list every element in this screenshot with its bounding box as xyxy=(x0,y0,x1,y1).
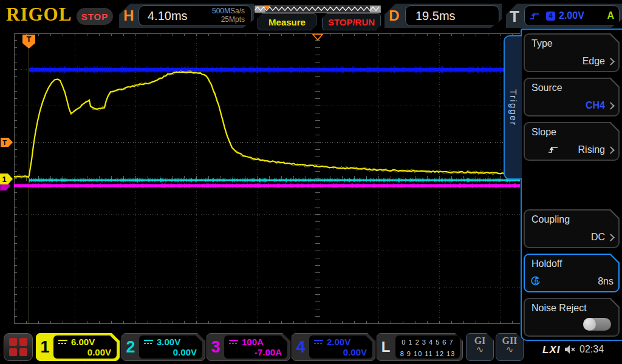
svg-text:T: T xyxy=(27,35,32,44)
stop-run-button[interactable]: STOP/RUN xyxy=(322,13,381,30)
channel-offset: 0.00V xyxy=(87,347,111,357)
chevron-right-icon xyxy=(607,234,615,241)
memory-position-bar[interactable] xyxy=(255,5,381,13)
graticule xyxy=(14,33,520,323)
channel-scale: 6.00V xyxy=(71,337,95,347)
menu-item-holdoff[interactable]: Holdoff 8ns xyxy=(524,254,620,292)
trigger-status-box[interactable]: T 4 2.00V A xyxy=(506,4,622,28)
horizontal-box[interactable]: H 4.10ms 500MSa/s25Mpts xyxy=(119,4,254,28)
menu-grid-button[interactable] xyxy=(4,333,33,361)
svg-text:1: 1 xyxy=(2,175,6,184)
svg-text:T: T xyxy=(2,139,7,146)
grid-icon xyxy=(9,338,27,356)
channel-3-box[interactable]: 3 100A -7.00A xyxy=(207,333,290,361)
channel-offset: 0.00V xyxy=(173,347,197,357)
menu-item-noise-reject[interactable]: Noise Reject xyxy=(524,298,620,337)
timebase-value: 4.10ms xyxy=(139,9,188,23)
type-value: Edge xyxy=(583,56,605,67)
channel-scale: 2.00V xyxy=(327,337,350,347)
generator-1-box[interactable]: GI ∿ xyxy=(466,333,494,361)
sine-wave-icon: ∿ xyxy=(466,346,493,352)
channel-1-box[interactable]: 1 6.00V 0.00V xyxy=(36,333,120,361)
waveform-display: TT1 xyxy=(0,30,521,331)
delay-value: 19.5ms xyxy=(406,9,456,23)
rising-slope-icon xyxy=(548,145,559,154)
generator-2-box[interactable]: GII ∿ xyxy=(496,333,524,361)
digital-row-2: 8 9 10 11 12 13 14 15 xyxy=(395,348,460,364)
digital-row-1: 0 1 2 3 4 5 6 7 xyxy=(395,337,460,348)
trigger-source-badge: 4 xyxy=(546,12,555,21)
dc-coupling-icon xyxy=(143,339,154,345)
rising-edge-icon xyxy=(530,11,540,21)
channel-scale: 100A xyxy=(242,337,264,347)
chevron-right-icon xyxy=(607,102,615,110)
dc-coupling-icon xyxy=(313,339,324,345)
slope-value: Rising xyxy=(578,144,605,155)
delay-label: D xyxy=(384,4,404,28)
ch1-trace xyxy=(14,70,520,178)
digital-channels-box[interactable]: L 0 1 2 3 4 5 6 7 8 9 10 11 12 13 14 15 xyxy=(377,333,463,361)
acquisition-info: 500MSa/s25Mpts xyxy=(212,7,251,24)
menu-item-coupling[interactable]: Coupling DC xyxy=(524,209,620,248)
sine-wave-icon: ∿ xyxy=(496,346,523,352)
run-state-badge: STOP xyxy=(77,8,113,25)
trigger-level-value: 2.00V xyxy=(559,10,584,21)
sound-muted-icon xyxy=(564,345,576,354)
lxi-logo: LXI xyxy=(542,344,560,356)
trigger-mode: A xyxy=(607,10,614,21)
oscilloscope-screen: RIGOL STOP H 4.10ms 500MSa/s25Mpts Measu… xyxy=(0,0,622,364)
menu-items: Type Edge Source CH4 Slope Rising Coupli… xyxy=(521,29,622,339)
channel-offset: -7.00A xyxy=(255,347,282,357)
clock: 02:34 xyxy=(579,344,604,355)
trigger-menu-tab[interactable]: Trigger xyxy=(504,35,522,180)
menu-item-slope[interactable]: Slope Rising xyxy=(524,122,620,161)
delay-box[interactable]: D 19.5ms xyxy=(384,4,502,28)
measure-button[interactable]: Measure xyxy=(258,13,316,30)
chevron-right-icon xyxy=(607,146,615,154)
rotate-dial-icon xyxy=(530,275,541,286)
channel-2-box[interactable]: 2 3.00V 0.00V xyxy=(121,333,205,361)
trigger-label: T xyxy=(510,7,519,26)
coupling-value: DC xyxy=(591,232,605,243)
ch1-trace xyxy=(14,72,520,177)
horizontal-label: H xyxy=(119,4,138,28)
channel-offset: 0.00V xyxy=(343,347,367,357)
menu-item-source[interactable]: Source CH4 xyxy=(524,78,620,116)
chevron-right-icon xyxy=(607,58,615,66)
noise-reject-toggle[interactable] xyxy=(583,318,611,331)
source-value: CH4 xyxy=(586,100,605,111)
dc-coupling-icon xyxy=(58,339,68,345)
rigol-logo: RIGOL xyxy=(6,4,72,25)
channel-4-box[interactable]: 4 2.00V 0.00V xyxy=(292,333,375,361)
holdoff-value: 8ns xyxy=(598,276,613,287)
menu-item-type[interactable]: Type Edge xyxy=(524,33,620,72)
dc-coupling-icon xyxy=(228,339,239,345)
channel-scale: 3.00V xyxy=(157,337,180,347)
